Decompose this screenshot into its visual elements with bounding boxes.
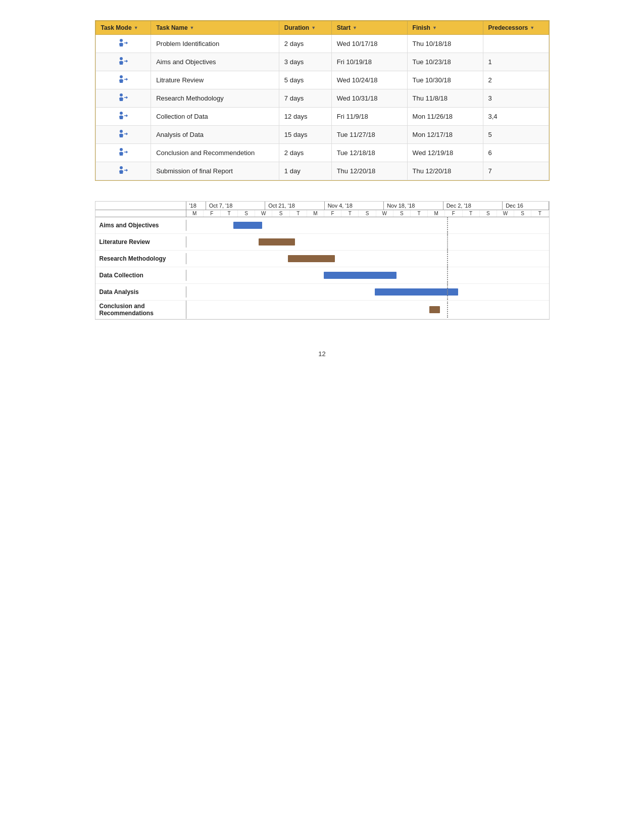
gantt-vline	[447, 267, 448, 283]
task-duration-cell: 2 days	[279, 144, 331, 162]
gantt-row: Conclusion and Recommendations	[95, 301, 549, 319]
task-duration-cell: 15 days	[279, 126, 331, 144]
gantt-row-chart	[186, 267, 549, 283]
task-mode-icon	[118, 166, 129, 176]
pred-label: Predecessors	[488, 24, 528, 31]
sort-arrow-mode: ▼	[134, 25, 138, 30]
task-pred-cell: 3,4	[483, 108, 549, 126]
gantt-day-cell: S	[238, 210, 255, 217]
gantt-date-section: Dec 16	[503, 202, 549, 210]
svg-point-0	[120, 39, 123, 42]
task-mode-icon	[118, 148, 129, 158]
gantt-day-cell: T	[221, 210, 238, 217]
table-body: Problem Identification2 daysWed 10/17/18…	[95, 35, 549, 180]
gantt-day-cell: M	[186, 210, 204, 217]
gantt-date-section: Nov 4, '18	[325, 202, 384, 210]
gantt-vline	[447, 234, 448, 250]
col-header-task-name[interactable]: Task Name ▼	[151, 21, 279, 35]
task-duration-cell: 3 days	[279, 53, 331, 71]
gantt-days-header: MFTSWSTMFTSWSTMFTSWST	[95, 210, 549, 217]
gantt-row-label: Data Analysis	[95, 286, 186, 298]
gantt-day-cell: T	[531, 210, 549, 217]
gantt-day-cell: F	[445, 210, 462, 217]
table-row: Aims and Objectives3 daysFri 10/19/18Tue…	[95, 53, 549, 71]
col-header-predecessors[interactable]: Predecessors ▼	[483, 21, 549, 35]
gantt-day-cell: M	[428, 210, 445, 217]
gantt-row-label: Data Collection	[95, 270, 186, 281]
task-mode-label: Task Mode	[101, 24, 132, 31]
task-mode-icon	[118, 38, 129, 49]
gantt-row-chart	[186, 234, 549, 250]
table-row: Litrature Review5 daysWed 10/24/18Tue 10…	[95, 71, 549, 89]
gantt-date-section: Nov 18, '18	[384, 202, 443, 210]
gantt-day-cell: F	[204, 210, 221, 217]
task-name-cell: Conclusion and Recommendetion	[151, 144, 279, 162]
task-name-cell: Collection of Data	[151, 108, 279, 126]
table-row: Submission of final Report1 dayThu 12/20…	[95, 162, 549, 180]
task-start-cell: Fri 11/9/18	[331, 108, 407, 126]
gantt-row-label: Conclusion and Recommendations	[95, 301, 186, 319]
task-mode-cell	[95, 108, 151, 126]
col-header-start[interactable]: Start ▼	[331, 21, 407, 35]
task-mode-icon	[118, 57, 129, 67]
gantt-day-cell: F	[324, 210, 341, 217]
gantt-bar	[429, 306, 440, 313]
col-header-duration[interactable]: Duration ▼	[279, 21, 331, 35]
gantt-bar	[233, 222, 262, 229]
svg-point-7	[120, 166, 123, 169]
sort-arrow-start: ▼	[353, 25, 357, 30]
task-start-cell: Fri 10/19/18	[331, 53, 407, 71]
task-finish-cell: Thu 12/20/18	[407, 162, 483, 180]
task-finish-cell: Tue 10/23/18	[407, 53, 483, 71]
table-row: Analysis of Data15 daysTue 11/27/18Mon 1…	[95, 126, 549, 144]
gantt-vline	[447, 284, 448, 300]
sort-arrow-name: ▼	[190, 25, 194, 30]
task-start-cell: Thu 12/20/18	[331, 162, 407, 180]
gantt-day-cell: W	[376, 210, 393, 217]
gantt-spacer-top	[95, 202, 186, 210]
gantt-vline	[447, 302, 448, 318]
gantt-row-label: Aims and Objectives	[95, 220, 186, 231]
gantt-day-cell: S	[514, 210, 531, 217]
task-mode-cell	[95, 126, 151, 144]
gantt-spacer-days	[95, 210, 186, 217]
task-mode-cell	[95, 71, 151, 89]
task-duration-cell: 7 days	[279, 89, 331, 108]
task-pred-cell: 7	[483, 162, 549, 180]
finish-label: Finish	[413, 24, 430, 31]
task-name-cell: Submission of final Report	[151, 162, 279, 180]
task-start-cell: Wed 10/17/18	[331, 35, 407, 53]
col-header-finish[interactable]: Finish ▼	[407, 21, 483, 35]
table-row: Problem Identification2 daysWed 10/17/18…	[95, 35, 549, 53]
svg-point-2	[120, 75, 123, 78]
gantt-day-cell: M	[307, 210, 324, 217]
task-mode-cell	[95, 89, 151, 108]
sort-arrow-finish: ▼	[432, 25, 437, 30]
gantt-row-label: Research Methodology	[95, 253, 186, 264]
task-mode-icon	[118, 129, 129, 140]
task-mode-cell	[95, 35, 151, 53]
task-start-cell: Wed 10/24/18	[331, 71, 407, 89]
task-name-cell: Litrature Review	[151, 71, 279, 89]
gantt-date-header: '18Oct 7, '18Oct 21, '18Nov 4, '18Nov 18…	[95, 202, 549, 210]
svg-point-1	[120, 57, 123, 60]
task-finish-cell: Mon 11/26/18	[407, 108, 483, 126]
task-pred-cell: 3	[483, 89, 549, 108]
gantt-date-section: Oct 21, '18	[265, 202, 325, 210]
gantt-day-cell: T	[341, 210, 359, 217]
table-row: Collection of Data12 daysFri 11/9/18Mon …	[95, 108, 549, 126]
gantt-chart-wrapper: '18Oct 7, '18Oct 21, '18Nov 4, '18Nov 18…	[95, 201, 550, 320]
task-duration-cell: 1 day	[279, 162, 331, 180]
task-name-cell: Aims and Objectives	[151, 53, 279, 71]
gantt-vline	[447, 251, 448, 267]
gantt-row: Data Collection	[95, 267, 549, 284]
task-name-cell: Research Methodology	[151, 89, 279, 108]
gantt-bar	[259, 238, 295, 246]
svg-point-5	[120, 130, 123, 133]
duration-label: Duration	[284, 24, 309, 31]
gantt-bar	[375, 288, 458, 296]
gantt-row: Research Methodology	[95, 251, 549, 267]
svg-point-4	[120, 112, 123, 115]
table-row: Conclusion and Recommendetion2 daysTue 1…	[95, 144, 549, 162]
col-header-task-mode[interactable]: Task Mode ▼	[95, 21, 151, 35]
